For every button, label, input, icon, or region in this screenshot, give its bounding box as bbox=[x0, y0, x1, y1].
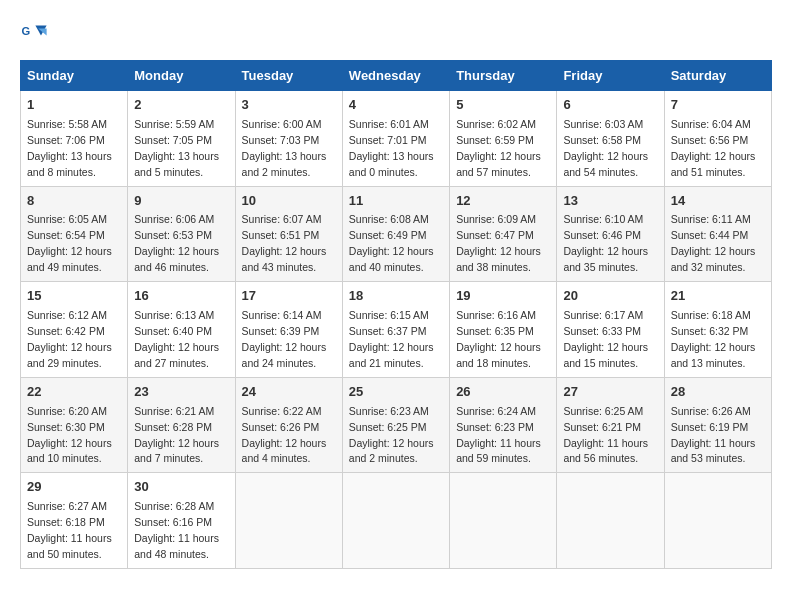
day-number: 2 bbox=[134, 96, 228, 115]
cell-content: Sunrise: 6:02 AMSunset: 6:59 PMDaylight:… bbox=[456, 118, 541, 178]
calendar-cell: 30 Sunrise: 6:28 AMSunset: 6:16 PMDaylig… bbox=[128, 473, 235, 569]
cell-content: Sunrise: 6:08 AMSunset: 6:49 PMDaylight:… bbox=[349, 213, 434, 273]
calendar-week-3: 15 Sunrise: 6:12 AMSunset: 6:42 PMDaylig… bbox=[21, 282, 772, 378]
cell-content: Sunrise: 6:11 AMSunset: 6:44 PMDaylight:… bbox=[671, 213, 756, 273]
day-number: 13 bbox=[563, 192, 657, 211]
day-number: 9 bbox=[134, 192, 228, 211]
cell-content: Sunrise: 6:16 AMSunset: 6:35 PMDaylight:… bbox=[456, 309, 541, 369]
weekday-header-thursday: Thursday bbox=[450, 61, 557, 91]
cell-content: Sunrise: 6:18 AMSunset: 6:32 PMDaylight:… bbox=[671, 309, 756, 369]
cell-content: Sunrise: 6:06 AMSunset: 6:53 PMDaylight:… bbox=[134, 213, 219, 273]
calendar-cell: 5 Sunrise: 6:02 AMSunset: 6:59 PMDayligh… bbox=[450, 91, 557, 187]
calendar-cell: 11 Sunrise: 6:08 AMSunset: 6:49 PMDaylig… bbox=[342, 186, 449, 282]
cell-content: Sunrise: 6:27 AMSunset: 6:18 PMDaylight:… bbox=[27, 500, 112, 560]
calendar-cell: 29 Sunrise: 6:27 AMSunset: 6:18 PMDaylig… bbox=[21, 473, 128, 569]
cell-content: Sunrise: 6:04 AMSunset: 6:56 PMDaylight:… bbox=[671, 118, 756, 178]
day-number: 30 bbox=[134, 478, 228, 497]
day-number: 25 bbox=[349, 383, 443, 402]
calendar-cell: 12 Sunrise: 6:09 AMSunset: 6:47 PMDaylig… bbox=[450, 186, 557, 282]
day-number: 20 bbox=[563, 287, 657, 306]
day-number: 19 bbox=[456, 287, 550, 306]
logo-icon: G bbox=[20, 20, 48, 48]
cell-content: Sunrise: 6:15 AMSunset: 6:37 PMDaylight:… bbox=[349, 309, 434, 369]
cell-content: Sunrise: 6:05 AMSunset: 6:54 PMDaylight:… bbox=[27, 213, 112, 273]
calendar-cell: 17 Sunrise: 6:14 AMSunset: 6:39 PMDaylig… bbox=[235, 282, 342, 378]
calendar-week-1: 1 Sunrise: 5:58 AMSunset: 7:06 PMDayligh… bbox=[21, 91, 772, 187]
calendar-body: 1 Sunrise: 5:58 AMSunset: 7:06 PMDayligh… bbox=[21, 91, 772, 569]
calendar-cell: 27 Sunrise: 6:25 AMSunset: 6:21 PMDaylig… bbox=[557, 377, 664, 473]
calendar-cell bbox=[235, 473, 342, 569]
weekday-header-friday: Friday bbox=[557, 61, 664, 91]
day-number: 22 bbox=[27, 383, 121, 402]
day-number: 18 bbox=[349, 287, 443, 306]
cell-content: Sunrise: 6:25 AMSunset: 6:21 PMDaylight:… bbox=[563, 405, 648, 465]
svg-text:G: G bbox=[21, 25, 30, 37]
calendar-cell: 24 Sunrise: 6:22 AMSunset: 6:26 PMDaylig… bbox=[235, 377, 342, 473]
weekday-header-wednesday: Wednesday bbox=[342, 61, 449, 91]
calendar-cell bbox=[342, 473, 449, 569]
calendar-cell: 13 Sunrise: 6:10 AMSunset: 6:46 PMDaylig… bbox=[557, 186, 664, 282]
day-number: 11 bbox=[349, 192, 443, 211]
day-number: 17 bbox=[242, 287, 336, 306]
cell-content: Sunrise: 6:21 AMSunset: 6:28 PMDaylight:… bbox=[134, 405, 219, 465]
cell-content: Sunrise: 6:01 AMSunset: 7:01 PMDaylight:… bbox=[349, 118, 434, 178]
day-number: 23 bbox=[134, 383, 228, 402]
day-number: 14 bbox=[671, 192, 765, 211]
cell-content: Sunrise: 6:20 AMSunset: 6:30 PMDaylight:… bbox=[27, 405, 112, 465]
weekday-header-sunday: Sunday bbox=[21, 61, 128, 91]
cell-content: Sunrise: 6:17 AMSunset: 6:33 PMDaylight:… bbox=[563, 309, 648, 369]
calendar-cell: 4 Sunrise: 6:01 AMSunset: 7:01 PMDayligh… bbox=[342, 91, 449, 187]
calendar-cell: 16 Sunrise: 6:13 AMSunset: 6:40 PMDaylig… bbox=[128, 282, 235, 378]
day-number: 5 bbox=[456, 96, 550, 115]
day-number: 3 bbox=[242, 96, 336, 115]
cell-content: Sunrise: 6:03 AMSunset: 6:58 PMDaylight:… bbox=[563, 118, 648, 178]
day-number: 12 bbox=[456, 192, 550, 211]
calendar-cell: 9 Sunrise: 6:06 AMSunset: 6:53 PMDayligh… bbox=[128, 186, 235, 282]
calendar-cell: 1 Sunrise: 5:58 AMSunset: 7:06 PMDayligh… bbox=[21, 91, 128, 187]
calendar-cell: 25 Sunrise: 6:23 AMSunset: 6:25 PMDaylig… bbox=[342, 377, 449, 473]
cell-content: Sunrise: 6:12 AMSunset: 6:42 PMDaylight:… bbox=[27, 309, 112, 369]
day-number: 27 bbox=[563, 383, 657, 402]
weekday-header-tuesday: Tuesday bbox=[235, 61, 342, 91]
logo: G bbox=[20, 20, 52, 48]
cell-content: Sunrise: 6:24 AMSunset: 6:23 PMDaylight:… bbox=[456, 405, 541, 465]
day-number: 7 bbox=[671, 96, 765, 115]
cell-content: Sunrise: 5:59 AMSunset: 7:05 PMDaylight:… bbox=[134, 118, 219, 178]
cell-content: Sunrise: 6:28 AMSunset: 6:16 PMDaylight:… bbox=[134, 500, 219, 560]
calendar-cell: 6 Sunrise: 6:03 AMSunset: 6:58 PMDayligh… bbox=[557, 91, 664, 187]
day-number: 26 bbox=[456, 383, 550, 402]
cell-content: Sunrise: 6:10 AMSunset: 6:46 PMDaylight:… bbox=[563, 213, 648, 273]
page-header: G bbox=[20, 20, 772, 48]
day-number: 29 bbox=[27, 478, 121, 497]
calendar-cell: 20 Sunrise: 6:17 AMSunset: 6:33 PMDaylig… bbox=[557, 282, 664, 378]
day-number: 16 bbox=[134, 287, 228, 306]
calendar-week-4: 22 Sunrise: 6:20 AMSunset: 6:30 PMDaylig… bbox=[21, 377, 772, 473]
day-number: 15 bbox=[27, 287, 121, 306]
calendar-cell bbox=[664, 473, 771, 569]
day-number: 1 bbox=[27, 96, 121, 115]
cell-content: Sunrise: 6:23 AMSunset: 6:25 PMDaylight:… bbox=[349, 405, 434, 465]
calendar-cell: 19 Sunrise: 6:16 AMSunset: 6:35 PMDaylig… bbox=[450, 282, 557, 378]
calendar-cell: 23 Sunrise: 6:21 AMSunset: 6:28 PMDaylig… bbox=[128, 377, 235, 473]
calendar-table: SundayMondayTuesdayWednesdayThursdayFrid… bbox=[20, 60, 772, 569]
calendar-cell: 22 Sunrise: 6:20 AMSunset: 6:30 PMDaylig… bbox=[21, 377, 128, 473]
calendar-cell: 7 Sunrise: 6:04 AMSunset: 6:56 PMDayligh… bbox=[664, 91, 771, 187]
day-number: 10 bbox=[242, 192, 336, 211]
calendar-cell: 2 Sunrise: 5:59 AMSunset: 7:05 PMDayligh… bbox=[128, 91, 235, 187]
day-number: 24 bbox=[242, 383, 336, 402]
weekday-header-saturday: Saturday bbox=[664, 61, 771, 91]
day-number: 21 bbox=[671, 287, 765, 306]
calendar-week-5: 29 Sunrise: 6:27 AMSunset: 6:18 PMDaylig… bbox=[21, 473, 772, 569]
cell-content: Sunrise: 6:26 AMSunset: 6:19 PMDaylight:… bbox=[671, 405, 756, 465]
day-number: 8 bbox=[27, 192, 121, 211]
calendar-cell bbox=[450, 473, 557, 569]
weekday-header-monday: Monday bbox=[128, 61, 235, 91]
day-number: 28 bbox=[671, 383, 765, 402]
cell-content: Sunrise: 6:22 AMSunset: 6:26 PMDaylight:… bbox=[242, 405, 327, 465]
calendar-cell: 21 Sunrise: 6:18 AMSunset: 6:32 PMDaylig… bbox=[664, 282, 771, 378]
day-number: 6 bbox=[563, 96, 657, 115]
calendar-cell: 14 Sunrise: 6:11 AMSunset: 6:44 PMDaylig… bbox=[664, 186, 771, 282]
cell-content: Sunrise: 5:58 AMSunset: 7:06 PMDaylight:… bbox=[27, 118, 112, 178]
calendar-week-2: 8 Sunrise: 6:05 AMSunset: 6:54 PMDayligh… bbox=[21, 186, 772, 282]
calendar-cell: 15 Sunrise: 6:12 AMSunset: 6:42 PMDaylig… bbox=[21, 282, 128, 378]
